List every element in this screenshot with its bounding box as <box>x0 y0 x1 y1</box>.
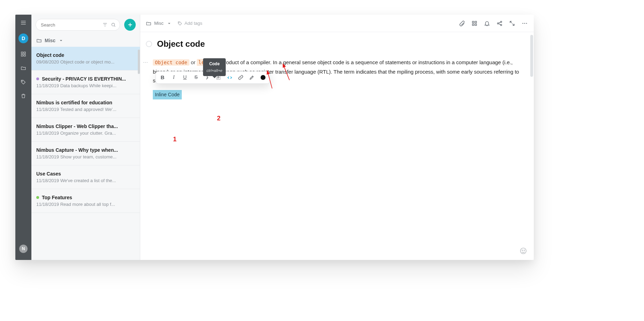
left-rail: D N <box>15 15 31 260</box>
inline-code-selected[interactable]: Inline Code <box>153 90 182 100</box>
tooltip-shortcut: ctrl+alt+e <box>207 67 222 74</box>
chevron-down-icon <box>166 21 172 26</box>
svg-rect-8 <box>475 21 477 23</box>
highlight-button[interactable] <box>248 74 256 81</box>
search-input[interactable] <box>41 22 99 28</box>
chevron-down-icon <box>58 38 64 43</box>
color-dot-icon <box>36 77 39 80</box>
grid-icon[interactable] <box>20 51 27 57</box>
svg-point-14 <box>522 23 523 24</box>
folder-name: Misc <box>45 38 55 43</box>
svg-point-5 <box>112 23 114 26</box>
note-title: Top Features <box>36 195 135 200</box>
editor-header: Misc Add tags <box>140 15 534 32</box>
inline-code-1[interactable]: Object code <box>153 59 189 66</box>
note-item[interactable]: Nimbus Capture - Why type when...11/18/2… <box>31 142 140 165</box>
folder-icon[interactable] <box>20 65 27 71</box>
notes-list[interactable]: Object code09/08/2020 Object code or obj… <box>31 47 140 260</box>
block-handle-icon[interactable]: ⋯ <box>143 59 148 67</box>
svg-point-4 <box>22 81 23 81</box>
annotation-label-2: 2 <box>217 113 220 124</box>
note-title: Use Cases <box>36 171 135 177</box>
underline-button[interactable]: U <box>181 74 189 81</box>
trash-icon[interactable] <box>20 93 27 99</box>
hamburger-icon[interactable] <box>20 20 27 26</box>
annotation-label-1: 1 <box>173 134 177 145</box>
new-note-button[interactable] <box>124 19 136 31</box>
search-icon[interactable] <box>111 22 116 28</box>
folder-header[interactable]: Misc <box>31 34 140 47</box>
note-title: Nimbus Capture - Why type when... <box>36 147 135 153</box>
note-item[interactable]: Object code09/08/2020 Object code or obj… <box>31 47 140 70</box>
note-snippet: 11/18/2019 Tested and approved! We'... <box>36 107 135 112</box>
svg-rect-2 <box>21 54 23 56</box>
task-checkbox[interactable] <box>146 41 152 47</box>
color-button[interactable] <box>259 74 267 81</box>
code-button[interactable] <box>226 74 233 81</box>
note-snippet: 11/18/2019 Read more about all top f... <box>36 202 135 207</box>
svg-rect-17 <box>217 76 220 80</box>
tag-icon[interactable] <box>20 79 27 85</box>
note-snippet: 11/18/2019 Show your team, custome... <box>36 154 135 159</box>
reminder-icon[interactable] <box>484 20 491 27</box>
share-icon[interactable] <box>496 20 503 27</box>
svg-rect-1 <box>24 52 25 54</box>
svg-point-16 <box>526 23 527 24</box>
svg-point-20 <box>521 248 526 254</box>
breadcrumb-label: Misc <box>154 21 164 26</box>
note-snippet: 11/18/2019 Data backups While keepi... <box>36 83 135 88</box>
svg-point-21 <box>522 250 523 251</box>
editor-pane: Misc Add tags Object code <box>140 15 534 260</box>
svg-rect-10 <box>475 24 477 25</box>
svg-rect-3 <box>24 54 25 56</box>
apps-icon[interactable] <box>471 20 478 27</box>
note-item[interactable]: Use Cases11/18/2019 We've created a list… <box>31 165 140 189</box>
text-or: or <box>191 59 195 65</box>
tooltip-code: Code ctrl+alt+e <box>203 58 226 76</box>
svg-point-15 <box>524 23 525 24</box>
note-title: Nimbus is certified for education <box>36 100 135 105</box>
more-icon[interactable] <box>521 20 528 27</box>
emoji-button[interactable] <box>519 247 527 255</box>
svg-rect-7 <box>472 21 474 23</box>
editor-scrollbar[interactable] <box>530 35 533 77</box>
note-snippet: 11/18/2019 Organize your clutter. Gra... <box>36 130 135 136</box>
svg-point-22 <box>524 250 525 251</box>
bold-button[interactable]: B <box>159 74 166 81</box>
attachment-icon[interactable] <box>458 20 465 27</box>
expand-icon[interactable] <box>509 20 516 27</box>
paragraph-block[interactable]: ⋯ Object code or le is the product of a … <box>142 58 525 99</box>
svg-rect-9 <box>472 24 474 25</box>
workspace-avatar[interactable]: N <box>19 245 28 253</box>
note-item[interactable]: Nimbus Clipper - Web Clipper tha...11/18… <box>31 118 140 142</box>
note-item[interactable]: Security - PRIVACY IS EVERYTHIN...11/18/… <box>31 70 140 94</box>
text-format-toolbar[interactable]: Code ctrl+alt+e B I U S <box>156 71 270 84</box>
note-title: Security - PRIVACY IS EVERYTHIN... <box>36 76 135 82</box>
link-button[interactable] <box>237 74 245 81</box>
tooltip-title: Code <box>207 60 222 67</box>
note-item[interactable]: Nimbus is certified for education11/18/2… <box>31 94 140 118</box>
svg-point-6 <box>179 22 179 22</box>
note-item[interactable]: Top Features11/18/2019 Read more about a… <box>31 189 140 213</box>
note-snippet: 09/08/2020 Object code or object mo... <box>36 59 135 65</box>
sidebar-scrollbar[interactable] <box>138 50 140 74</box>
note-title: Nimbus Clipper - Web Clipper tha... <box>36 124 135 129</box>
user-avatar[interactable]: D <box>18 33 28 43</box>
page-title[interactable]: Object code <box>157 39 205 49</box>
note-snippet: 11/18/2019 We've created a list of the..… <box>36 178 135 183</box>
tags-label: Add tags <box>185 21 202 26</box>
app-window: D N <box>15 15 534 260</box>
editor-body[interactable]: Object code ⋯ Object code or le is the p… <box>140 32 534 260</box>
add-tags-button[interactable]: Add tags <box>178 21 202 26</box>
italic-button[interactable]: I <box>170 74 178 81</box>
color-dot-icon <box>36 196 39 199</box>
filter-icon[interactable] <box>102 22 108 28</box>
note-title: Object code <box>36 52 135 58</box>
svg-rect-0 <box>21 52 23 54</box>
notes-sidebar: Misc Object code09/08/2020 Object code o… <box>31 15 140 260</box>
breadcrumb[interactable]: Misc <box>146 21 172 26</box>
search-input-wrapper[interactable] <box>36 19 120 31</box>
strikethrough-button[interactable]: S <box>192 74 200 81</box>
